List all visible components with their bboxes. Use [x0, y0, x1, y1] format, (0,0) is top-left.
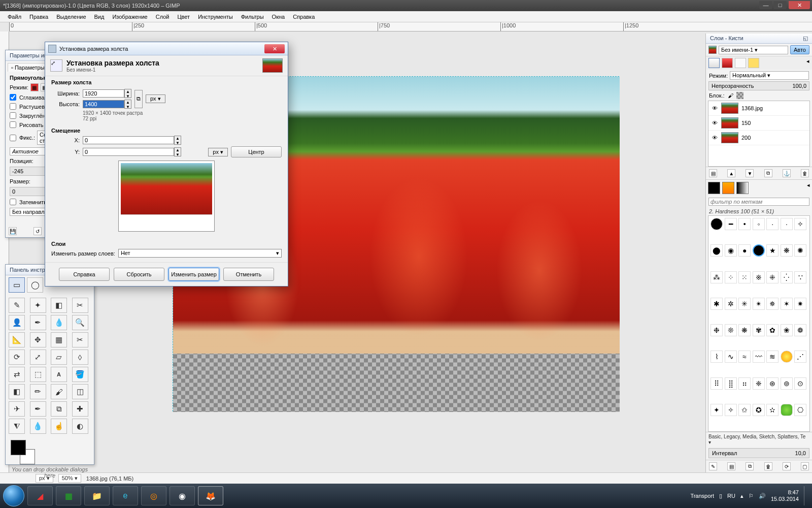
- brush-item[interactable]: ⎔: [794, 404, 806, 416]
- clone-tool[interactable]: ⧉: [51, 401, 67, 417]
- brush-item[interactable]: ⠿: [710, 377, 723, 390]
- y-spinner[interactable]: ▲▼: [174, 147, 181, 156]
- tray-transport-label[interactable]: Transport: [690, 493, 714, 499]
- brush-item[interactable]: ❋: [738, 324, 751, 336]
- brush-item[interactable]: ★: [766, 244, 779, 257]
- layer-row[interactable]: 👁200: [708, 131, 809, 145]
- layer-row[interactable]: 👁1368.jpg: [708, 101, 809, 116]
- tray-flag-icon[interactable]: ▯: [719, 493, 722, 499]
- rect-select-tool[interactable]: ▭: [9, 277, 25, 293]
- tool-options-tab[interactable]: ▫ Параметры: [8, 63, 48, 72]
- brush-grid[interactable]: ━•◦∙·✧ ⬤◉●★❋✺ ⁂⁘⁙※⁜⁛∵ ✱✲✳✴✵✶✷ ❉❊❋✾✿❀❁ ⌇∿…: [708, 215, 810, 432]
- brush-item[interactable]: ✧: [725, 404, 737, 416]
- smudge-tool[interactable]: ☝: [51, 419, 67, 434]
- align-tool[interactable]: ▦: [51, 332, 67, 347]
- by-color-tool[interactable]: ◧: [51, 298, 67, 313]
- fg-color-swatch[interactable]: [11, 440, 26, 455]
- lock-alpha-icon[interactable]: [736, 92, 743, 99]
- new-brush-icon[interactable]: ▤: [727, 462, 735, 470]
- brush-item[interactable]: ⋰: [794, 351, 806, 363]
- show-desktop-button[interactable]: [804, 486, 808, 505]
- zoom-tool[interactable]: 🔍: [72, 315, 88, 330]
- menu-color[interactable]: Цвет: [174, 13, 193, 21]
- brush-item[interactable]: ✫: [766, 404, 779, 416]
- perspective-clone-tool[interactable]: ⧨: [9, 419, 25, 434]
- layer-list[interactable]: 👁1368.jpg 👁150 👁200: [708, 101, 810, 167]
- taskbar-adobe-icon[interactable]: ◢: [27, 486, 53, 505]
- scissors-tool[interactable]: ✂: [72, 298, 88, 313]
- brush-item[interactable]: ◦: [753, 218, 765, 230]
- menu-help[interactable]: Справка: [289, 13, 318, 21]
- brush-item[interactable]: ⁂: [710, 271, 723, 283]
- anchor-layer-icon[interactable]: ⚓: [783, 169, 791, 177]
- height-input[interactable]: ▲▼: [83, 100, 131, 109]
- brush-item[interactable]: ⁜: [766, 271, 779, 283]
- dialog-close-button[interactable]: ✕: [264, 44, 285, 53]
- start-button[interactable]: [3, 485, 24, 506]
- menu-image[interactable]: Изображение: [109, 13, 151, 21]
- open-as-image-icon[interactable]: ▢: [801, 462, 809, 470]
- brush-swatch-gradient[interactable]: [736, 182, 749, 194]
- menu-view[interactable]: Вид: [91, 13, 108, 21]
- brush-item[interactable]: ≋: [766, 351, 779, 363]
- offset-unit-selector[interactable]: px ▾: [208, 148, 228, 156]
- brush-item[interactable]: ∿: [725, 351, 737, 363]
- new-layer-icon[interactable]: ▤: [709, 169, 717, 177]
- restore-preset-icon[interactable]: ↺: [33, 227, 42, 235]
- brush-item[interactable]: ✳: [738, 298, 751, 310]
- perspective-tool[interactable]: ◊: [72, 350, 88, 365]
- scale-tool[interactable]: ⤢: [30, 350, 46, 365]
- paths-tab-icon[interactable]: [735, 58, 746, 68]
- brush-item[interactable]: ※: [753, 271, 765, 283]
- paths-tool[interactable]: ✒: [30, 315, 46, 330]
- brush-categories[interactable]: Basic, Legacy, Media, Sketch, Splatters,…: [706, 432, 812, 447]
- brush-tab-menu-icon[interactable]: ◂: [807, 182, 810, 194]
- image-selector[interactable]: Без имени-1 ▾: [719, 46, 788, 54]
- brush-item[interactable]: ·: [781, 218, 793, 230]
- y-field[interactable]: [83, 148, 174, 156]
- brush-item[interactable]: ━: [725, 218, 737, 230]
- brush-item[interactable]: ⊚: [781, 377, 793, 390]
- resize-layers-combo[interactable]: Нет ▾: [118, 249, 282, 258]
- blend-tool[interactable]: ◧: [9, 384, 25, 399]
- brush-item[interactable]: ❋: [781, 244, 793, 257]
- brush-item[interactable]: ❁: [794, 324, 806, 336]
- dialog-titlebar[interactable]: Установка размера холста ✕: [45, 42, 288, 55]
- lock-pixels-icon[interactable]: 🖌: [728, 92, 733, 99]
- x-field[interactable]: [83, 136, 174, 144]
- taskbar-excel-icon[interactable]: ▦: [56, 486, 81, 505]
- ink-tool[interactable]: ✒: [30, 401, 46, 417]
- menu-select[interactable]: Выделение: [53, 13, 89, 21]
- color-picker-tool[interactable]: 💧: [51, 315, 67, 330]
- lower-layer-icon[interactable]: ▼: [746, 169, 754, 177]
- duplicate-brush-icon[interactable]: ⧉: [746, 462, 754, 470]
- window-minimize-button[interactable]: —: [759, 1, 772, 9]
- bucket-tool[interactable]: 🪣: [72, 367, 88, 382]
- visibility-icon[interactable]: 👁: [711, 135, 718, 141]
- menu-tools[interactable]: Инструменты: [194, 13, 236, 21]
- width-field[interactable]: [83, 89, 124, 98]
- brush-item[interactable]: ❈: [753, 377, 765, 390]
- window-maximize-button[interactable]: □: [773, 1, 787, 9]
- width-input[interactable]: ▲▼: [83, 89, 131, 98]
- brush-item[interactable]: ⊙: [794, 377, 806, 390]
- taskbar-ie-icon[interactable]: e: [113, 486, 138, 505]
- brush-item[interactable]: ✩: [738, 404, 751, 416]
- menu-edit[interactable]: Правка: [26, 13, 52, 21]
- center-button[interactable]: Центр: [231, 146, 282, 157]
- visibility-icon[interactable]: 👁: [711, 120, 718, 126]
- auto-button[interactable]: Авто: [790, 45, 809, 54]
- flip-tool[interactable]: ⇄: [9, 367, 25, 382]
- ellipse-select-tool[interactable]: ◯: [27, 277, 43, 293]
- brush-item[interactable]: ✱: [710, 298, 723, 310]
- brush-item[interactable]: ✿: [766, 324, 779, 336]
- link-dimensions-icon[interactable]: ⧉: [134, 90, 143, 108]
- brush-item[interactable]: ⌇: [710, 351, 723, 363]
- layer-row[interactable]: 👁150: [708, 116, 809, 131]
- taskbar-explorer-icon[interactable]: 📁: [84, 486, 110, 505]
- width-spinner[interactable]: ▲▼: [124, 89, 131, 98]
- taskbar-app-icon[interactable]: ◎: [141, 486, 166, 505]
- visibility-icon[interactable]: 👁: [711, 105, 718, 111]
- brush-item[interactable]: ✲: [725, 298, 737, 310]
- menu-file[interactable]: Файл: [4, 13, 25, 21]
